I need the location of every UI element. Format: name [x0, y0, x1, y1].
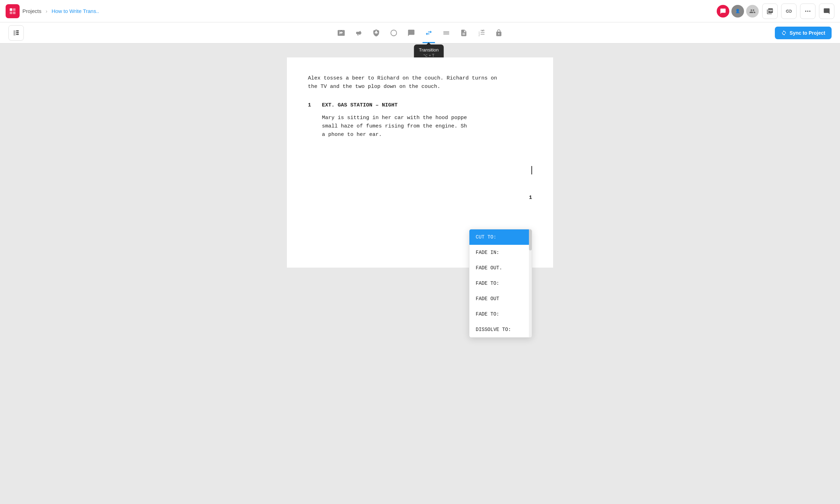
character-tool-button[interactable] [372, 29, 380, 37]
app-logo-icon [9, 7, 16, 15]
nav-left: Projects › How to Write Trans.. [6, 4, 99, 18]
app-icon[interactable] [6, 4, 20, 18]
svg-rect-9 [16, 32, 19, 33]
scene-tool-button[interactable] [337, 29, 345, 37]
dropdown-scrollbar[interactable] [529, 229, 532, 337]
transition-dropdown[interactable]: CUT TO: FADE IN: FADE OUT. FADE TO: FADE… [469, 229, 532, 338]
scene-number-right: 1 [529, 195, 532, 201]
document-title[interactable]: How to Write Trans.. [51, 8, 99, 14]
sort-tool-button[interactable]: 1 2 [477, 29, 485, 37]
dropdown-item-cut-to[interactable]: CUT TO: [469, 229, 529, 245]
avatar-chat[interactable] [717, 5, 729, 18]
dialogue-tool-button[interactable] [407, 29, 415, 37]
lock-icon [495, 29, 503, 37]
svg-rect-0 [10, 8, 12, 11]
dropdown-wrapper: CUT TO: FADE IN: FADE OUT. FADE TO: FADE… [469, 229, 532, 337]
comments-button[interactable] [819, 4, 834, 19]
dropdown-content: CUT TO: FADE IN: FADE OUT. FADE TO: FADE… [469, 229, 529, 337]
sidebar-icon [13, 29, 20, 36]
shot-icon [460, 29, 468, 37]
chat-icon [720, 8, 726, 14]
more-icon [804, 8, 811, 15]
dropdown-item-dissolve-to[interactable]: DISSOLVE TO: [469, 322, 529, 337]
scene-action-text: Mary is sitting in her car with the hood… [322, 114, 467, 139]
parenthetical-icon [390, 29, 398, 37]
dropdown-scrollbar-thumb [529, 229, 532, 250]
svg-rect-2 [10, 11, 12, 14]
link-icon [785, 8, 792, 15]
export-pdf-button[interactable] [762, 4, 778, 19]
comments-icon [823, 8, 830, 15]
user-avatars: 👤 [717, 5, 759, 18]
dropdown-item-fade-out[interactable]: FADE OUT [469, 291, 529, 306]
sidebar-toggle-button[interactable] [8, 25, 24, 41]
toolbar-right: Sync to Project [775, 27, 832, 39]
svg-rect-3 [13, 11, 15, 14]
scene-row: 1 EXT. GAS STATION – NIGHT Mary is sitti… [308, 102, 532, 139]
sync-icon [781, 30, 787, 36]
svg-point-5 [807, 11, 808, 12]
svg-text:2: 2 [478, 34, 480, 37]
svg-point-4 [805, 11, 806, 12]
sort-icon: 1 2 [477, 29, 485, 37]
nav-right: 👤 [717, 4, 834, 19]
breadcrumb-chevron: › [46, 8, 47, 14]
scene-number-left: 1 [308, 102, 315, 139]
dropdown-item-fade-to-1[interactable]: FADE TO: [469, 276, 529, 291]
parenthetical-tool-button[interactable] [390, 29, 398, 37]
dropdown-item-fade-in[interactable]: FADE IN: [469, 245, 529, 260]
action-icon [355, 29, 363, 37]
action-text: Alex tosses a beer to Richard on the cou… [308, 74, 532, 91]
svg-point-11 [391, 30, 397, 36]
text-cursor [531, 166, 532, 174]
svg-point-6 [809, 11, 810, 12]
svg-rect-1 [13, 8, 15, 11]
projects-link[interactable]: Projects [22, 8, 41, 14]
general-icon [442, 29, 450, 37]
more-options-button[interactable] [800, 4, 815, 19]
shot-tool-button[interactable] [460, 29, 468, 37]
pdf-icon [766, 8, 773, 15]
character-icon [372, 29, 380, 37]
dropdown-item-fade-out-dot[interactable]: FADE OUT. [469, 260, 529, 276]
scene-icon [337, 29, 345, 37]
action-tool-button[interactable] [355, 29, 363, 37]
transition-tool-button[interactable]: Transition ⌥ + T [425, 29, 433, 37]
svg-rect-10 [16, 34, 19, 35]
link-button[interactable] [781, 4, 797, 19]
dialogue-icon [407, 29, 415, 37]
scene-heading: EXT. GAS STATION – NIGHT [322, 102, 467, 108]
top-nav: Projects › How to Write Trans.. 👤 [0, 0, 840, 22]
sync-to-project-button[interactable]: Sync to Project [775, 27, 832, 39]
transition-icon [425, 29, 433, 37]
dropdown-item-fade-to-2[interactable]: FADE TO: [469, 306, 529, 322]
lock-tool-button[interactable] [495, 29, 503, 37]
script-page[interactable]: Alex tosses a beer to Richard on the cou… [287, 57, 553, 268]
svg-rect-8 [16, 30, 19, 31]
toolbar-center: Transition ⌥ + T 1 2 [337, 29, 503, 37]
main-content: Alex tosses a beer to Richard on the cou… [0, 43, 840, 504]
svg-rect-7 [14, 30, 16, 35]
avatar-user[interactable]: 👤 [731, 5, 744, 18]
general-tool-button[interactable] [442, 29, 450, 37]
toolbar: Transition ⌥ + T 1 2 [0, 22, 840, 43]
avatar-people[interactable] [746, 5, 759, 18]
people-icon [749, 8, 756, 14]
toolbar-left [8, 25, 24, 41]
